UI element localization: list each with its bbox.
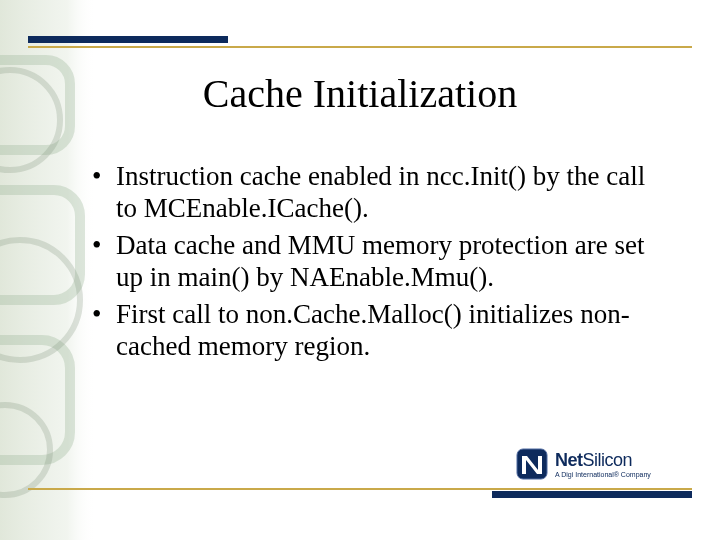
top-rule-gold xyxy=(28,46,692,48)
list-item: Data cache and MMU memory protection are… xyxy=(88,229,648,294)
body-content: Instruction cache enabled in ncc.Init() … xyxy=(88,160,648,366)
bottom-rule-navy xyxy=(492,491,692,498)
netsilicon-logo: NetSilicon A Digi International® Company xyxy=(515,444,680,484)
bottom-rule-gold xyxy=(28,488,692,490)
bullet-list: Instruction cache enabled in ncc.Init() … xyxy=(88,160,648,362)
logo-mark-icon xyxy=(515,447,549,481)
list-item: First call to non.Cache.Malloc() initial… xyxy=(88,298,648,363)
slide: Cache Initialization Instruction cache e… xyxy=(0,0,720,540)
logo-text: NetSilicon A Digi International® Company xyxy=(555,451,651,478)
logo-name: NetSilicon xyxy=(555,451,651,469)
list-item: Instruction cache enabled in ncc.Init() … xyxy=(88,160,648,225)
top-rule-navy xyxy=(28,36,228,43)
logo-name-prefix: Net xyxy=(555,450,583,470)
logo-tagline: A Digi International® Company xyxy=(555,471,651,478)
logo-name-suffix: Silicon xyxy=(583,450,633,470)
page-title: Cache Initialization xyxy=(0,70,720,117)
